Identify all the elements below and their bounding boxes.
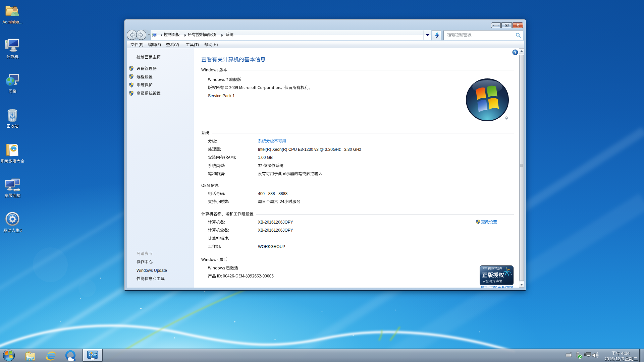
svg-text:?: ?: [514, 50, 517, 54]
svg-text:R: R: [506, 117, 507, 119]
